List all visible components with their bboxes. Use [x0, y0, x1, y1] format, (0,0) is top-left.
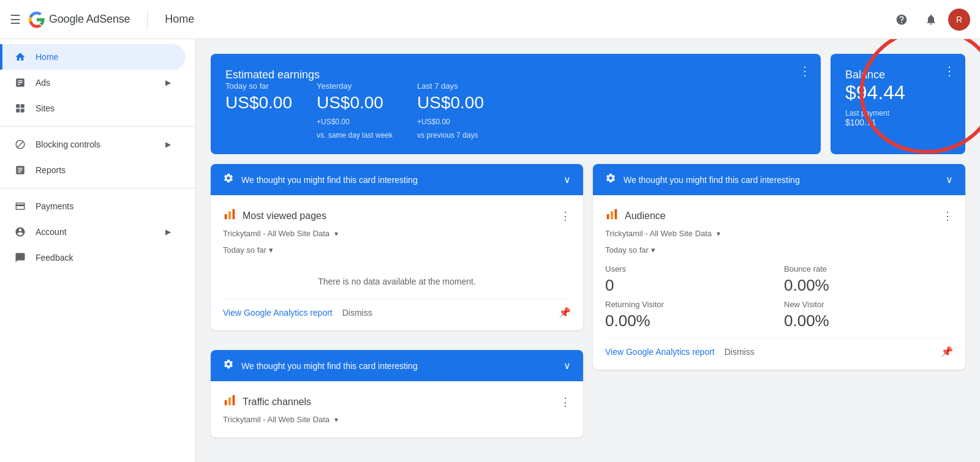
sidebar-label-ads: Ads [36, 78, 50, 88]
home-icon [15, 51, 26, 62]
most-viewed-time-dropdown[interactable]: Today so far ▾ [223, 245, 571, 255]
most-viewed-header[interactable]: We thought you might find this card inte… [211, 164, 583, 195]
last7-label: Last 7 days [417, 81, 484, 91]
earnings-more-icon[interactable]: ⋮ [799, 64, 811, 78]
most-viewed-link[interactable]: View Google Analytics report [223, 308, 333, 318]
topbar-right: R [889, 7, 970, 32]
audience-inner-header: Audience ⋮ [605, 207, 953, 224]
earnings-last7-col: Last 7 days US$0.00 +US$0.00 vs previous… [417, 81, 484, 140]
traffic-dropdown-text: Trickytamil - All Web Site Data [223, 415, 330, 424]
pin-icon-audience[interactable]: 📌 [941, 346, 953, 357]
sidebar-item-account[interactable]: Account ▶ [0, 219, 186, 245]
traffic-header-text: We thought you might find this card inte… [241, 361, 556, 371]
audience-chevron-icon[interactable]: ∨ [946, 174, 953, 185]
most-viewed-dropdown[interactable]: Trickytamil - All Web Site Data ▾ [223, 229, 571, 238]
svg-rect-12 [611, 211, 613, 219]
audience-dropdown-text: Trickytamil - All Web Site Data [605, 229, 712, 238]
traffic-more-icon[interactable]: ⋮ [560, 395, 571, 409]
returning-label: Returning Visitor [605, 300, 774, 309]
traffic-chevron-icon[interactable]: ∨ [564, 360, 571, 371]
most-viewed-more-icon[interactable]: ⋮ [560, 209, 571, 223]
sidebar-item-sites[interactable]: Sites [0, 95, 186, 121]
audience-time-dropdown[interactable]: Today so far ▾ [605, 245, 953, 255]
google-logo-icon [28, 11, 45, 28]
audience-dropdown[interactable]: Trickytamil - All Web Site Data ▾ [605, 229, 953, 238]
sidebar: Home Ads ▶ Sites Blocking controls ▶ [0, 39, 196, 462]
traffic-dropdown-arrow-icon: ▾ [334, 415, 338, 424]
last7-sub: +US$0.00 [417, 117, 484, 126]
most-viewed-card: We thought you might find this card inte… [211, 164, 583, 330]
new-visitor-value: 0.00% [784, 311, 953, 330]
svg-rect-13 [615, 209, 617, 220]
payments-icon [15, 201, 26, 212]
audience-more-icon[interactable]: ⋮ [942, 209, 953, 223]
sidebar-item-home[interactable]: Home [0, 44, 186, 70]
blocking-chevron-icon: ▶ [165, 140, 171, 149]
most-viewed-header-text: We thought you might find this card inte… [241, 175, 556, 185]
last7-value: US$0.00 [417, 93, 484, 113]
most-viewed-dismiss[interactable]: Dismiss [342, 308, 372, 318]
sidebar-item-reports[interactable]: Reports [0, 157, 186, 183]
audience-dismiss[interactable]: Dismiss [725, 347, 755, 357]
pin-icon-most-viewed[interactable]: 📌 [559, 307, 571, 318]
balance-more-icon[interactable]: ⋮ [943, 64, 956, 78]
bar-chart-icon-most-viewed [223, 207, 236, 224]
earnings-title: Estimated earnings [225, 69, 320, 81]
sidebar-item-feedback[interactable]: Feedback [0, 245, 186, 270]
logo: Google AdSense [28, 11, 130, 28]
account-chevron-icon: ▶ [165, 228, 171, 236]
sidebar-label-payments: Payments [36, 201, 74, 211]
audience-title: Audience [625, 211, 936, 222]
audience-dropdown-arrow-icon: ▾ [717, 229, 720, 238]
today-label: Today so far [225, 81, 292, 91]
earnings-cols: Today so far US$0.00 Yesterday US$0.00 +… [225, 81, 806, 140]
bar-chart-icon-audience [605, 207, 619, 224]
sidebar-item-payments[interactable]: Payments [0, 193, 186, 219]
traffic-body: Traffic channels ⋮ Trickytamil - All Web… [211, 381, 583, 438]
yesterday-label: Yesterday [317, 81, 393, 91]
earnings-yesterday-col: Yesterday US$0.00 +US$0.00 vs. same day … [317, 81, 393, 140]
right-col: We thought you might find this card inte… [593, 164, 965, 447]
audience-body: Audience ⋮ Trickytamil - All Web Site Da… [593, 195, 965, 370]
top-cards-row: Estimated earnings ⋮ Today so far US$0.0… [211, 54, 965, 154]
gear-icon-audience [605, 173, 616, 187]
bounce-label: Bounce rate [784, 264, 953, 274]
balance-amount: $94.44 [845, 81, 951, 104]
audience-link[interactable]: View Google Analytics report [605, 347, 715, 357]
notification-icon[interactable] [919, 7, 943, 32]
users-label: Users [605, 264, 774, 274]
most-viewed-dropdown-text: Trickytamil - All Web Site Data [223, 229, 330, 238]
hamburger-icon[interactable]: ☰ [10, 12, 21, 27]
sidebar-label-reports: Reports [36, 165, 66, 175]
top-cards-wrapper: Estimated earnings ⋮ Today so far US$0.0… [211, 54, 965, 154]
svg-rect-10 [233, 395, 235, 406]
sidebar-item-ads[interactable]: Ads ▶ [0, 70, 186, 95]
sidebar-label-account: Account [36, 227, 67, 237]
most-viewed-title: Most viewed pages [243, 211, 554, 222]
traffic-dropdown[interactable]: Trickytamil - All Web Site Data ▾ [223, 415, 571, 424]
audience-card: We thought you might find this card inte… [593, 164, 965, 370]
audience-header[interactable]: We thought you might find this card inte… [593, 164, 965, 195]
most-viewed-dropdown-arrow-icon: ▾ [334, 229, 338, 238]
last7-sub2: vs previous 7 days [417, 131, 484, 140]
svg-rect-8 [225, 400, 227, 405]
bounce-col: Bounce rate 0.00% New Visitor 0.00% [784, 264, 953, 330]
most-viewed-chevron-icon[interactable]: ∨ [564, 174, 571, 185]
bar-chart-icon-traffic [223, 393, 236, 410]
blocking-controls-icon [15, 139, 26, 150]
audience-time-text: Today so far [605, 245, 649, 255]
sidebar-item-blocking-controls[interactable]: Blocking controls ▶ [0, 132, 186, 157]
svg-rect-1 [21, 104, 24, 108]
earnings-card: Estimated earnings ⋮ Today so far US$0.0… [211, 54, 821, 154]
sites-icon [15, 103, 26, 114]
users-value: 0 [605, 276, 774, 295]
avatar[interactable]: R [948, 9, 970, 31]
traffic-header[interactable]: We thought you might find this card inte… [211, 350, 583, 381]
traffic-inner-header: Traffic channels ⋮ [223, 393, 571, 410]
balance-last-payment-label: Last payment [845, 109, 951, 117]
gear-icon-traffic [223, 359, 234, 373]
main-layout: Home Ads ▶ Sites Blocking controls ▶ [0, 39, 980, 462]
yesterday-sub2: vs. same day last week [317, 131, 393, 140]
help-icon[interactable] [889, 7, 914, 32]
new-visitor-label: New Visitor [784, 300, 953, 309]
